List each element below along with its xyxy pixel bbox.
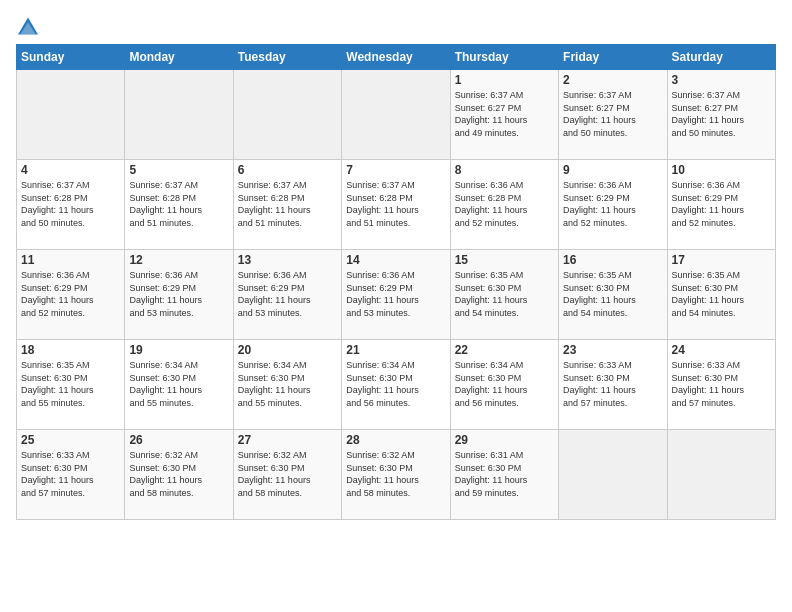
day-number: 8 (455, 163, 554, 177)
day-info: Sunrise: 6:37 AM Sunset: 6:27 PM Dayligh… (563, 89, 662, 139)
calendar-cell: 8Sunrise: 6:36 AM Sunset: 6:28 PM Daylig… (450, 160, 558, 250)
day-info: Sunrise: 6:36 AM Sunset: 6:29 PM Dayligh… (563, 179, 662, 229)
day-number: 26 (129, 433, 228, 447)
calendar-table: SundayMondayTuesdayWednesdayThursdayFrid… (16, 44, 776, 520)
day-info: Sunrise: 6:36 AM Sunset: 6:29 PM Dayligh… (346, 269, 445, 319)
day-info: Sunrise: 6:37 AM Sunset: 6:27 PM Dayligh… (455, 89, 554, 139)
day-info: Sunrise: 6:36 AM Sunset: 6:29 PM Dayligh… (672, 179, 771, 229)
day-info: Sunrise: 6:36 AM Sunset: 6:29 PM Dayligh… (238, 269, 337, 319)
calendar-cell (233, 70, 341, 160)
day-info: Sunrise: 6:35 AM Sunset: 6:30 PM Dayligh… (21, 359, 120, 409)
calendar-cell: 28Sunrise: 6:32 AM Sunset: 6:30 PM Dayli… (342, 430, 450, 520)
calendar-cell: 11Sunrise: 6:36 AM Sunset: 6:29 PM Dayli… (17, 250, 125, 340)
calendar-cell (125, 70, 233, 160)
weekday-row: SundayMondayTuesdayWednesdayThursdayFrid… (17, 45, 776, 70)
calendar-cell: 24Sunrise: 6:33 AM Sunset: 6:30 PM Dayli… (667, 340, 775, 430)
day-number: 23 (563, 343, 662, 357)
day-info: Sunrise: 6:37 AM Sunset: 6:28 PM Dayligh… (21, 179, 120, 229)
day-number: 21 (346, 343, 445, 357)
weekday-header-thursday: Thursday (450, 45, 558, 70)
calendar-cell: 6Sunrise: 6:37 AM Sunset: 6:28 PM Daylig… (233, 160, 341, 250)
logo-icon (16, 16, 40, 36)
day-number: 22 (455, 343, 554, 357)
calendar-cell (667, 430, 775, 520)
day-number: 27 (238, 433, 337, 447)
day-number: 16 (563, 253, 662, 267)
week-row-1: 1Sunrise: 6:37 AM Sunset: 6:27 PM Daylig… (17, 70, 776, 160)
day-number: 20 (238, 343, 337, 357)
day-info: Sunrise: 6:35 AM Sunset: 6:30 PM Dayligh… (672, 269, 771, 319)
calendar-cell: 7Sunrise: 6:37 AM Sunset: 6:28 PM Daylig… (342, 160, 450, 250)
day-info: Sunrise: 6:34 AM Sunset: 6:30 PM Dayligh… (346, 359, 445, 409)
weekday-header-wednesday: Wednesday (342, 45, 450, 70)
calendar-cell: 27Sunrise: 6:32 AM Sunset: 6:30 PM Dayli… (233, 430, 341, 520)
calendar-cell: 14Sunrise: 6:36 AM Sunset: 6:29 PM Dayli… (342, 250, 450, 340)
calendar-cell: 20Sunrise: 6:34 AM Sunset: 6:30 PM Dayli… (233, 340, 341, 430)
weekday-header-monday: Monday (125, 45, 233, 70)
day-info: Sunrise: 6:33 AM Sunset: 6:30 PM Dayligh… (21, 449, 120, 499)
calendar-cell: 23Sunrise: 6:33 AM Sunset: 6:30 PM Dayli… (559, 340, 667, 430)
weekday-header-friday: Friday (559, 45, 667, 70)
day-number: 29 (455, 433, 554, 447)
weekday-header-saturday: Saturday (667, 45, 775, 70)
calendar-cell: 26Sunrise: 6:32 AM Sunset: 6:30 PM Dayli… (125, 430, 233, 520)
day-number: 13 (238, 253, 337, 267)
header (16, 16, 776, 36)
day-info: Sunrise: 6:37 AM Sunset: 6:28 PM Dayligh… (346, 179, 445, 229)
day-info: Sunrise: 6:34 AM Sunset: 6:30 PM Dayligh… (238, 359, 337, 409)
week-row-4: 18Sunrise: 6:35 AM Sunset: 6:30 PM Dayli… (17, 340, 776, 430)
calendar-cell: 2Sunrise: 6:37 AM Sunset: 6:27 PM Daylig… (559, 70, 667, 160)
day-number: 3 (672, 73, 771, 87)
day-info: Sunrise: 6:37 AM Sunset: 6:28 PM Dayligh… (129, 179, 228, 229)
day-info: Sunrise: 6:33 AM Sunset: 6:30 PM Dayligh… (672, 359, 771, 409)
calendar-cell: 10Sunrise: 6:36 AM Sunset: 6:29 PM Dayli… (667, 160, 775, 250)
calendar-cell: 1Sunrise: 6:37 AM Sunset: 6:27 PM Daylig… (450, 70, 558, 160)
day-info: Sunrise: 6:33 AM Sunset: 6:30 PM Dayligh… (563, 359, 662, 409)
day-number: 2 (563, 73, 662, 87)
calendar-cell: 17Sunrise: 6:35 AM Sunset: 6:30 PM Dayli… (667, 250, 775, 340)
calendar-cell: 16Sunrise: 6:35 AM Sunset: 6:30 PM Dayli… (559, 250, 667, 340)
day-number: 10 (672, 163, 771, 177)
calendar-cell: 29Sunrise: 6:31 AM Sunset: 6:30 PM Dayli… (450, 430, 558, 520)
calendar-cell: 12Sunrise: 6:36 AM Sunset: 6:29 PM Dayli… (125, 250, 233, 340)
day-number: 1 (455, 73, 554, 87)
day-info: Sunrise: 6:32 AM Sunset: 6:30 PM Dayligh… (129, 449, 228, 499)
day-info: Sunrise: 6:34 AM Sunset: 6:30 PM Dayligh… (129, 359, 228, 409)
day-number: 18 (21, 343, 120, 357)
day-number: 24 (672, 343, 771, 357)
day-number: 5 (129, 163, 228, 177)
calendar-cell: 19Sunrise: 6:34 AM Sunset: 6:30 PM Dayli… (125, 340, 233, 430)
day-number: 9 (563, 163, 662, 177)
day-number: 14 (346, 253, 445, 267)
day-info: Sunrise: 6:36 AM Sunset: 6:29 PM Dayligh… (21, 269, 120, 319)
week-row-2: 4Sunrise: 6:37 AM Sunset: 6:28 PM Daylig… (17, 160, 776, 250)
calendar-cell (559, 430, 667, 520)
day-info: Sunrise: 6:36 AM Sunset: 6:28 PM Dayligh… (455, 179, 554, 229)
calendar-cell (342, 70, 450, 160)
day-info: Sunrise: 6:37 AM Sunset: 6:28 PM Dayligh… (238, 179, 337, 229)
day-number: 15 (455, 253, 554, 267)
day-number: 28 (346, 433, 445, 447)
calendar-body: 1Sunrise: 6:37 AM Sunset: 6:27 PM Daylig… (17, 70, 776, 520)
day-number: 25 (21, 433, 120, 447)
day-info: Sunrise: 6:35 AM Sunset: 6:30 PM Dayligh… (563, 269, 662, 319)
day-info: Sunrise: 6:35 AM Sunset: 6:30 PM Dayligh… (455, 269, 554, 319)
day-number: 17 (672, 253, 771, 267)
calendar-cell: 25Sunrise: 6:33 AM Sunset: 6:30 PM Dayli… (17, 430, 125, 520)
day-number: 7 (346, 163, 445, 177)
day-info: Sunrise: 6:34 AM Sunset: 6:30 PM Dayligh… (455, 359, 554, 409)
day-number: 19 (129, 343, 228, 357)
weekday-header-tuesday: Tuesday (233, 45, 341, 70)
day-number: 6 (238, 163, 337, 177)
week-row-3: 11Sunrise: 6:36 AM Sunset: 6:29 PM Dayli… (17, 250, 776, 340)
day-info: Sunrise: 6:37 AM Sunset: 6:27 PM Dayligh… (672, 89, 771, 139)
week-row-5: 25Sunrise: 6:33 AM Sunset: 6:30 PM Dayli… (17, 430, 776, 520)
calendar-cell: 21Sunrise: 6:34 AM Sunset: 6:30 PM Dayli… (342, 340, 450, 430)
calendar-cell (17, 70, 125, 160)
calendar-cell: 22Sunrise: 6:34 AM Sunset: 6:30 PM Dayli… (450, 340, 558, 430)
calendar-header: SundayMondayTuesdayWednesdayThursdayFrid… (17, 45, 776, 70)
calendar-cell: 9Sunrise: 6:36 AM Sunset: 6:29 PM Daylig… (559, 160, 667, 250)
day-number: 4 (21, 163, 120, 177)
day-info: Sunrise: 6:36 AM Sunset: 6:29 PM Dayligh… (129, 269, 228, 319)
calendar-cell: 18Sunrise: 6:35 AM Sunset: 6:30 PM Dayli… (17, 340, 125, 430)
